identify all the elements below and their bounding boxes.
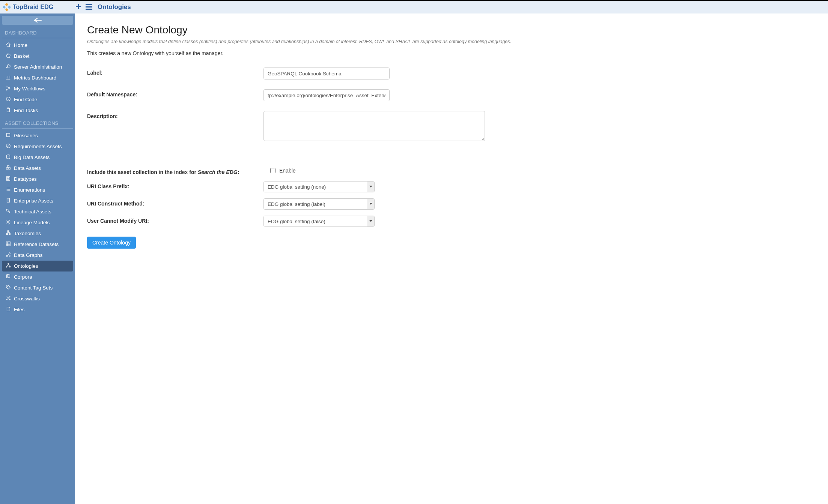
sidebar-item-crosswalks[interactable]: Crosswalks — [2, 293, 73, 304]
uri-class-prefix-dropdown[interactable]: EDG global setting (none) — [263, 181, 375, 192]
sidebar-item-big-data-assets[interactable]: Big Data Assets — [2, 152, 73, 163]
svg-point-27 — [6, 255, 8, 257]
tags-icon — [6, 285, 11, 291]
sidebar-item-files[interactable]: Files — [2, 304, 73, 315]
sidebar-item-find-code[interactable]: Find Code — [2, 94, 73, 105]
sidebar-item-label: My Workflows — [14, 86, 45, 92]
svg-rect-0 — [5, 3, 8, 6]
db-icon — [6, 154, 11, 160]
sidebar-item-corpora[interactable]: Corpora — [2, 272, 73, 282]
arrow-left-icon — [33, 18, 42, 23]
sidebar-item-data-assets[interactable]: Data Assets — [2, 163, 73, 174]
svg-point-31 — [6, 266, 7, 267]
shuffle-icon — [6, 296, 11, 302]
svg-rect-2 — [8, 6, 11, 9]
page-intro-text: This creates a new Ontology with yoursel… — [87, 50, 816, 56]
svg-rect-26 — [6, 242, 11, 246]
sidebar-item-label: Taxonomies — [14, 231, 41, 236]
sidebar-item-ontologies[interactable]: Ontologies — [2, 261, 73, 272]
sidebar-item-basket[interactable]: Basket — [2, 51, 73, 62]
sidebar-item-label: Basket — [14, 53, 29, 59]
file-icon — [6, 306, 11, 313]
check-icon — [6, 143, 11, 150]
wrench-icon — [6, 64, 11, 70]
uri-construct-value: EDG global setting (label) — [264, 199, 367, 209]
sidebar-item-home[interactable]: Home — [2, 40, 73, 51]
doc-icon — [6, 176, 11, 182]
breadcrumb[interactable]: Ontologies — [98, 3, 131, 11]
tree-icon — [6, 230, 11, 237]
index-enable-checkbox[interactable] — [270, 168, 275, 173]
sidebar-item-datatypes[interactable]: Datatypes — [2, 174, 73, 184]
svg-rect-1 — [3, 6, 6, 9]
index-field-label: Include this asset collection in the ind… — [87, 167, 263, 175]
chevron-down-icon — [367, 216, 374, 226]
logo-icon — [3, 3, 11, 11]
label-input[interactable] — [263, 68, 390, 80]
chevron-down-icon — [367, 182, 374, 192]
sidebar-item-technical-assets[interactable]: Technical Assets — [2, 206, 73, 217]
sidebar-item-label: Enterprise Assets — [14, 198, 53, 204]
svg-rect-17 — [9, 168, 10, 169]
sidebar-item-find-tasks[interactable]: Find Tasks — [2, 105, 73, 116]
home-icon — [6, 42, 11, 48]
sidebar-item-my-workflows[interactable]: My Workflows — [2, 83, 73, 94]
sidebar-item-requirements-assets[interactable]: Requirements Assets — [2, 141, 73, 152]
sidebar-item-metrics-dashboard[interactable]: Metrics Dashboard — [2, 72, 73, 83]
description-field-label: Description: — [87, 111, 263, 119]
gear-icon — [6, 219, 11, 226]
svg-point-22 — [8, 221, 9, 223]
sidebar-item-label: Big Data Assets — [14, 154, 50, 160]
svg-rect-5 — [86, 6, 92, 8]
sidebar-item-label: Reference Datasets — [14, 242, 59, 247]
sidebar-item-label: Home — [14, 42, 27, 48]
topbar-actions: Ontologies — [74, 3, 131, 12]
page-help-text: Ontologies are knowledge models that def… — [87, 39, 816, 44]
grid-icon — [6, 241, 11, 248]
svg-point-14 — [6, 144, 11, 148]
sidebar-section-dashboard: DASHBOARD — [2, 28, 73, 38]
svg-rect-20 — [7, 198, 10, 202]
sidebar-item-label: Datatypes — [14, 176, 37, 182]
sidebar-item-label: Metrics Dashboard — [14, 75, 56, 81]
sidebar-section-asset-collections: ASSET COLLECTIONS — [2, 119, 73, 129]
sidebar-item-data-graphs[interactable]: Data Graphs — [2, 250, 73, 261]
back-button[interactable] — [2, 16, 73, 25]
user-modify-value: EDG global setting (false) — [264, 216, 367, 226]
namespace-input[interactable] — [263, 89, 390, 101]
create-ontology-button[interactable]: Create Ontology — [87, 237, 136, 249]
sidebar-item-label: Files — [14, 307, 25, 312]
user-modify-label: User Cannot Modify URI: — [87, 216, 263, 224]
sidebar-item-enterprise-assets[interactable]: Enterprise Assets — [2, 195, 73, 206]
sidebar-item-label: Lineage Models — [14, 220, 50, 225]
topbar: TopBraid EDG Ontologies — [0, 0, 828, 14]
cubes-icon — [6, 165, 11, 171]
sidebar-item-server-administration[interactable]: Server Administration — [2, 62, 73, 72]
sidebar-item-content-tag-sets[interactable]: Content Tag Sets — [2, 282, 73, 293]
uri-construct-label: URI Construct Method: — [87, 198, 263, 207]
sidebar-item-label: Crosswalks — [14, 296, 40, 302]
svg-rect-25 — [9, 234, 11, 235]
sidebar-item-label: Find Code — [14, 97, 37, 102]
plus-icon[interactable] — [74, 3, 82, 12]
description-textarea[interactable] — [263, 111, 485, 141]
sidebar-item-label: Find Tasks — [14, 108, 38, 113]
list-icon — [6, 187, 11, 193]
app-name: TopBraid EDG — [13, 4, 53, 10]
svg-point-15 — [7, 155, 10, 156]
app-logo[interactable]: TopBraid EDG — [3, 3, 74, 11]
sidebar-item-lineage-models[interactable]: Lineage Models — [2, 217, 73, 228]
sidebar-item-label: Corpora — [14, 274, 32, 280]
sidebar-item-label: Technical Assets — [14, 209, 51, 214]
sidebar-item-label: Requirements Assets — [14, 144, 62, 149]
sidebar-item-enumerations[interactable]: Enumerations — [2, 184, 73, 195]
uri-construct-dropdown[interactable]: EDG global setting (label) — [263, 198, 375, 210]
sidebar-item-reference-datasets[interactable]: Reference Datasets — [2, 239, 73, 250]
menu-icon[interactable] — [85, 3, 93, 12]
sidebar-item-glossaries[interactable]: Glossaries — [2, 130, 73, 141]
svg-point-35 — [7, 286, 8, 287]
svg-rect-6 — [86, 9, 92, 10]
sidebar-item-label: Content Tag Sets — [14, 285, 53, 291]
user-modify-dropdown[interactable]: EDG global setting (false) — [263, 216, 375, 227]
sidebar-item-taxonomies[interactable]: Taxonomies — [2, 228, 73, 239]
